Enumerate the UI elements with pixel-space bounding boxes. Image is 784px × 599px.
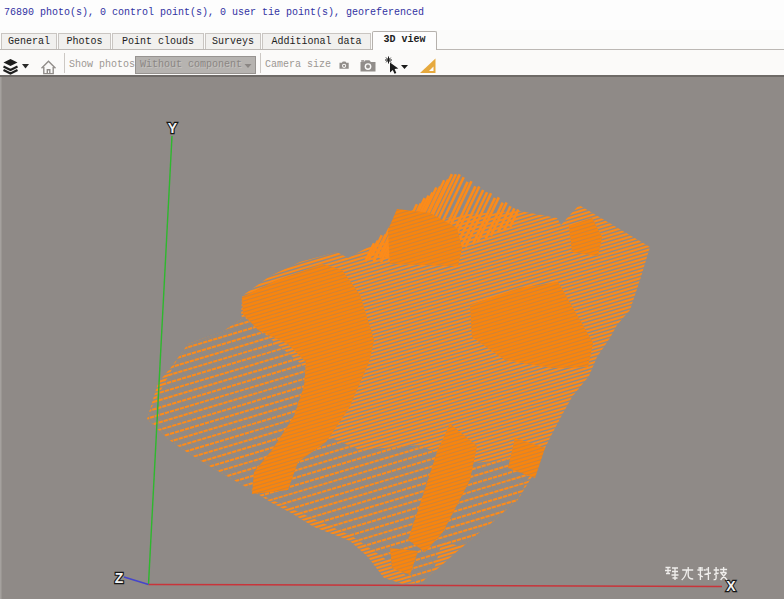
svg-text:Z: Z	[115, 570, 124, 586]
svg-text:X: X	[726, 578, 736, 594]
svg-text:Y: Y	[168, 120, 178, 136]
